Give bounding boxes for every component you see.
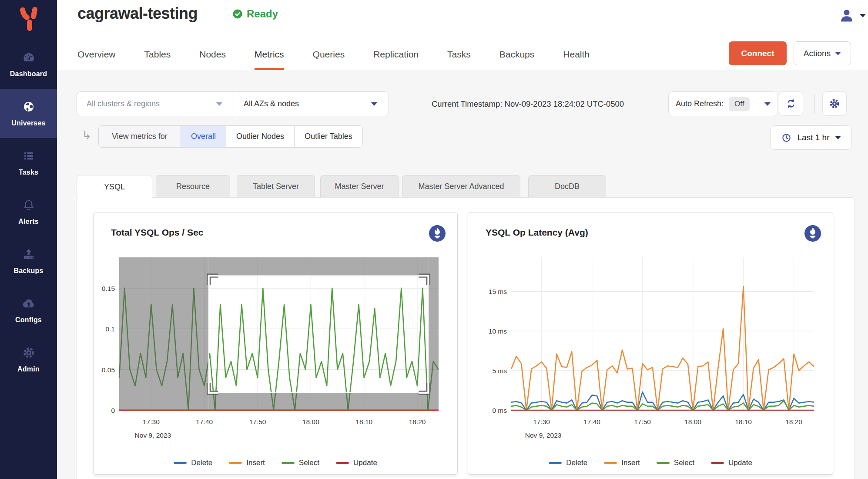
zoom-overlay[interactable]	[119, 257, 439, 410]
svg-text:17:50: 17:50	[634, 418, 651, 425]
legend-label: Delete	[191, 459, 212, 467]
svg-text:0: 0	[111, 407, 115, 414]
metrics-settings-button[interactable]	[822, 91, 847, 116]
legend-item-delete[interactable]: Delete	[174, 459, 212, 467]
user-menu[interactable]	[839, 8, 866, 24]
clusters-regions-dropdown[interactable]: All clusters & regions	[77, 92, 232, 116]
legend-item-insert[interactable]: Insert	[229, 459, 265, 467]
tab-nodes[interactable]: Nodes	[199, 38, 226, 70]
metric-tab-master-server-advanced[interactable]: Master Server Advanced	[402, 175, 520, 197]
scope-overall-button[interactable]: Overall	[181, 126, 226, 147]
sidebar-item-label: Admin	[17, 365, 40, 373]
bell-icon	[22, 198, 36, 214]
metric-tab-resource[interactable]: Resource	[156, 175, 230, 197]
scope-outlier-nodes-button[interactable]: Outlier Nodes	[226, 126, 295, 147]
legend-swatch	[604, 462, 617, 464]
gear-icon	[828, 98, 841, 110]
legend-item-update[interactable]: Update	[336, 459, 377, 467]
selection-handle[interactable]	[419, 383, 429, 393]
page-title: cagrawal-testing	[77, 4, 198, 23]
sidebar-nav: Dashboard Universes T	[0, 40, 57, 384]
tab-health[interactable]: Health	[563, 38, 590, 70]
sidebar-item-label: Backups	[13, 267, 43, 275]
legend-swatch	[657, 462, 670, 464]
scope-outlier-tables-button[interactable]: Outlier Tables	[295, 126, 362, 147]
user-avatar-icon	[839, 8, 855, 24]
auto-refresh-value[interactable]: Off	[729, 97, 750, 111]
tab-replication[interactable]: Replication	[373, 38, 419, 70]
sidebar-item-label: Alerts	[18, 218, 39, 226]
legend-item-select[interactable]: Select	[657, 459, 694, 467]
ready-check-icon	[232, 8, 243, 20]
svg-text:18:20: 18:20	[409, 418, 426, 425]
svg-text:17:30: 17:30	[533, 418, 550, 425]
metric-tab-tablet-server[interactable]: Tablet Server	[237, 175, 315, 197]
tab-metrics[interactable]: Metrics	[255, 38, 284, 70]
prometheus-icon[interactable]	[804, 225, 821, 244]
legend-item-insert[interactable]: Insert	[604, 459, 640, 467]
time-range-dropdown[interactable]: Last 1 hr	[770, 125, 852, 150]
globe-icon	[22, 100, 36, 115]
azs-nodes-dropdown[interactable]: All AZs & nodes	[232, 92, 389, 116]
header-divider	[826, 3, 826, 30]
tab-queries[interactable]: Queries	[313, 38, 345, 70]
legend-swatch	[174, 462, 187, 464]
svg-text:0.05: 0.05	[102, 366, 115, 374]
clock-icon	[781, 132, 792, 143]
svg-text:18:10: 18:10	[735, 418, 752, 425]
legend-item-update[interactable]: Update	[711, 459, 752, 467]
time-range-value: Last 1 hr	[798, 133, 830, 142]
chart-title: Total YSQL Ops / Sec	[111, 227, 203, 238]
x-axis-date-label: Nov 9, 2023	[135, 432, 171, 439]
sidebar-item-admin[interactable]: Admin	[0, 335, 57, 384]
sidebar-item-backups[interactable]: Backups	[0, 236, 57, 286]
legend-item-delete[interactable]: Delete	[549, 459, 587, 467]
tab-backups[interactable]: Backups	[499, 38, 535, 70]
metric-tab-master-server[interactable]: Master Server	[320, 175, 399, 197]
azs-nodes-value: All AZs & nodes	[244, 99, 299, 108]
actions-button[interactable]: Actions	[794, 41, 851, 65]
op-latency-plot[interactable]: 0 ms5 ms10 ms15 ms17:3017:4017:5018:0018…	[468, 257, 834, 443]
gridlines	[511, 257, 814, 410]
sidebar-item-universes[interactable]: Universes	[0, 89, 57, 138]
tab-tables[interactable]: Tables	[144, 38, 171, 70]
svg-text:17:40: 17:40	[196, 418, 213, 425]
metric-tab-ysql[interactable]: YSQL	[77, 175, 152, 198]
sidebar-item-dashboard[interactable]: Dashboard	[0, 40, 57, 89]
sidebar: Dashboard Universes T	[0, 0, 57, 479]
chevron-down-icon	[860, 14, 866, 17]
logo-right-prong	[34, 10, 35, 17]
legend-label: Insert	[246, 459, 265, 467]
universe-tabs: Overview Tables Nodes Metrics Queries Re…	[77, 38, 590, 70]
tab-overview[interactable]: Overview	[77, 38, 116, 70]
legend-swatch	[336, 462, 349, 464]
sub-level-arrow-icon: ↳	[82, 128, 91, 142]
ops-per-sec-plot[interactable]: 00.050.10.1517:3017:4017:5018:0018:1018:…	[94, 257, 458, 443]
sidebar-item-configs[interactable]: Configs	[0, 286, 57, 335]
legend-label: Select	[674, 459, 694, 467]
selection-handle[interactable]	[209, 276, 218, 285]
selection-handle[interactable]	[419, 276, 429, 285]
prometheus-icon[interactable]	[429, 225, 446, 244]
svg-text:18:10: 18:10	[355, 418, 372, 425]
legend-swatch	[229, 462, 242, 464]
chevron-down-icon	[371, 102, 377, 106]
x-axis-date-label: Nov 9, 2023	[525, 432, 562, 439]
tab-tasks[interactable]: Tasks	[447, 38, 471, 70]
yugabyte-logo[interactable]	[0, 5, 57, 32]
series-lines	[511, 287, 814, 410]
sidebar-item-label: Configs	[15, 316, 42, 324]
metric-tab-docdb[interactable]: DocDB	[528, 175, 606, 197]
refresh-button[interactable]	[779, 91, 803, 116]
connect-button[interactable]: Connect	[729, 41, 787, 65]
legend-label: Insert	[621, 459, 640, 467]
svg-text:17:50: 17:50	[249, 418, 266, 425]
svg-text:17:30: 17:30	[143, 418, 160, 425]
refresh-icon	[785, 98, 797, 110]
legend-item-select[interactable]: Select	[282, 459, 319, 467]
chevron-down-icon	[835, 136, 841, 139]
sidebar-item-alerts[interactable]: Alerts	[0, 187, 57, 236]
auto-refresh-dropdown[interactable]: Auto Refresh: Off	[668, 91, 778, 116]
current-timestamp: Current Timestamp: Nov-09-2023 18:24:02 …	[432, 91, 624, 116]
sidebar-item-tasks[interactable]: Tasks	[0, 138, 57, 187]
